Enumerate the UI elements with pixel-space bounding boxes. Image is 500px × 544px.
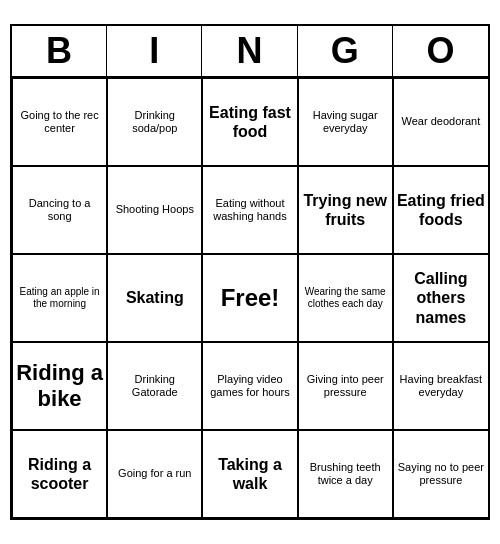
bingo-cell-text-5: Dancing to a song (16, 197, 103, 223)
bingo-cell-text-24: Saying no to peer pressure (397, 461, 485, 487)
bingo-cell-text-7: Eating without washing hands (206, 197, 293, 223)
bingo-cell-16[interactable]: Drinking Gatorade (107, 342, 202, 430)
bingo-cell-23[interactable]: Brushing teeth twice a day (298, 430, 393, 518)
bingo-cell-3[interactable]: Having sugar everyday (298, 78, 393, 166)
bingo-cell-20[interactable]: Riding a scooter (12, 430, 107, 518)
bingo-cell-text-4: Wear deodorant (402, 115, 481, 128)
bingo-cell-text-16: Drinking Gatorade (111, 373, 198, 399)
bingo-cell-13[interactable]: Wearing the same clothes each day (298, 254, 393, 342)
bingo-cell-12[interactable]: Free! (202, 254, 297, 342)
bingo-cell-11[interactable]: Skating (107, 254, 202, 342)
bingo-letter-o: O (393, 26, 488, 76)
bingo-cell-6[interactable]: Shooting Hoops (107, 166, 202, 254)
bingo-cell-text-8: Trying new fruits (302, 191, 389, 229)
bingo-cell-7[interactable]: Eating without washing hands (202, 166, 297, 254)
bingo-cell-22[interactable]: Taking a walk (202, 430, 297, 518)
bingo-cell-4[interactable]: Wear deodorant (393, 78, 488, 166)
bingo-cell-21[interactable]: Going for a run (107, 430, 202, 518)
bingo-cell-17[interactable]: Playing video games for hours (202, 342, 297, 430)
bingo-cell-text-22: Taking a walk (206, 455, 293, 493)
bingo-card: BINGO Going to the rec centerDrinking so… (10, 24, 490, 520)
bingo-letter-n: N (202, 26, 297, 76)
bingo-cell-2[interactable]: Eating fast food (202, 78, 297, 166)
bingo-cell-1[interactable]: Drinking soda/pop (107, 78, 202, 166)
bingo-cell-text-2: Eating fast food (206, 103, 293, 141)
bingo-cell-14[interactable]: Calling others names (393, 254, 488, 342)
bingo-cell-text-20: Riding a scooter (16, 455, 103, 493)
bingo-cell-text-12: Free! (221, 284, 280, 313)
bingo-cell-text-23: Brushing teeth twice a day (302, 461, 389, 487)
bingo-cell-19[interactable]: Having breakfast everyday (393, 342, 488, 430)
bingo-cell-text-15: Riding a bike (16, 360, 103, 413)
bingo-grid: Going to the rec centerDrinking soda/pop… (12, 78, 488, 518)
bingo-cell-text-6: Shooting Hoops (116, 203, 194, 216)
bingo-cell-text-17: Playing video games for hours (206, 373, 293, 399)
bingo-cell-text-11: Skating (126, 288, 184, 307)
bingo-cell-text-18: Giving into peer pressure (302, 373, 389, 399)
bingo-cell-24[interactable]: Saying no to peer pressure (393, 430, 488, 518)
bingo-cell-5[interactable]: Dancing to a song (12, 166, 107, 254)
bingo-cell-text-13: Wearing the same clothes each day (302, 286, 389, 310)
bingo-cell-9[interactable]: Eating fried foods (393, 166, 488, 254)
bingo-cell-8[interactable]: Trying new fruits (298, 166, 393, 254)
bingo-letter-b: B (12, 26, 107, 76)
bingo-cell-text-9: Eating fried foods (397, 191, 485, 229)
bingo-cell-15[interactable]: Riding a bike (12, 342, 107, 430)
bingo-cell-18[interactable]: Giving into peer pressure (298, 342, 393, 430)
bingo-cell-text-10: Eating an apple in the morning (16, 286, 103, 310)
bingo-cell-10[interactable]: Eating an apple in the morning (12, 254, 107, 342)
bingo-cell-text-14: Calling others names (397, 269, 485, 327)
bingo-letter-g: G (298, 26, 393, 76)
bingo-cell-0[interactable]: Going to the rec center (12, 78, 107, 166)
bingo-header: BINGO (12, 26, 488, 78)
bingo-cell-text-0: Going to the rec center (16, 109, 103, 135)
bingo-cell-text-3: Having sugar everyday (302, 109, 389, 135)
bingo-letter-i: I (107, 26, 202, 76)
bingo-cell-text-21: Going for a run (118, 467, 191, 480)
bingo-cell-text-1: Drinking soda/pop (111, 109, 198, 135)
bingo-cell-text-19: Having breakfast everyday (397, 373, 485, 399)
